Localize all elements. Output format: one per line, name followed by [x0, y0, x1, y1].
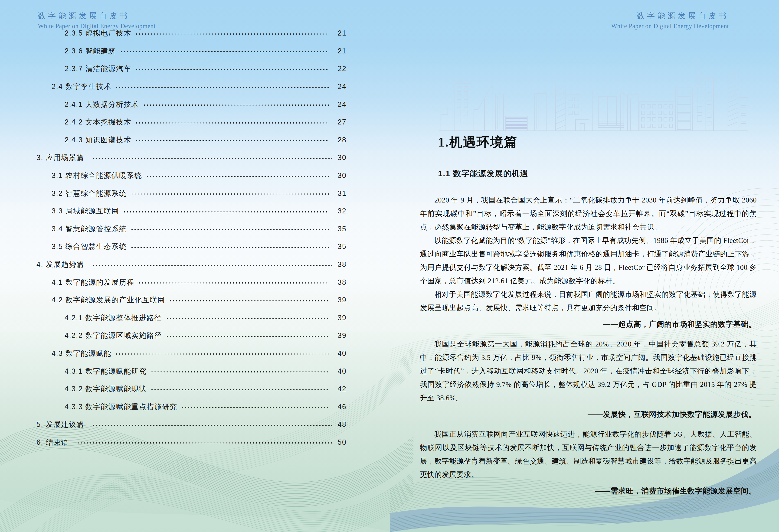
toc-entry-label: 5. 发展建议篇 — [37, 420, 84, 429]
toc-entry-label: 3.5 综合智慧生态系统 — [52, 242, 127, 251]
toc-entry[interactable]: 2.4.2 文本挖掘技术27 — [28, 113, 347, 131]
toc-entry[interactable]: 4.3 数字能源赋能40 — [28, 345, 347, 362]
toc-entry-page: 40 — [332, 367, 347, 375]
toc-entry[interactable]: 2.3.6 智能建筑21 — [28, 42, 347, 60]
dot-leader — [130, 190, 329, 197]
toc-entry-page: 24 — [332, 82, 347, 91]
document-spread: 数字能源发展白皮书 White Paper on Digital Energy … — [0, 0, 779, 532]
toc-entry[interactable]: 3.4 智慧能源管控系统35 — [28, 220, 347, 238]
dot-leader — [135, 66, 329, 73]
toc-entry[interactable]: 4.2.2 数字能源区域实施路径39 — [28, 327, 347, 345]
toc-entry-label: 3.4 智慧能源管控系统 — [52, 224, 127, 234]
dot-leader — [169, 297, 329, 304]
toc-entry-page: 39 — [332, 296, 347, 304]
toc-entry-page: 28 — [332, 136, 347, 144]
toc-entry-label: 4. 发展趋势篇 — [37, 259, 84, 270]
toc-entry-page: 50 — [332, 438, 347, 447]
toc-entry-page: 48 — [332, 420, 347, 429]
toc-entry[interactable]: 2.4 数字孪生技术24 — [28, 78, 347, 96]
toc-entry-label: 6. 结束语 — [37, 437, 69, 447]
dot-leader — [135, 119, 329, 127]
dot-leader — [92, 422, 332, 429]
toc-entry-label: 2.3.6 智能建筑 — [65, 46, 116, 56]
toc-entry-label: 3. 应用场景篇 — [37, 153, 84, 163]
toc-entry[interactable]: 4.1 数字能源的发展历程38 — [28, 273, 347, 291]
toc-entry-label: 2.4 数字孪生技术 — [52, 82, 112, 92]
toc-entry-page: 38 — [332, 278, 347, 287]
toc-entry[interactable]: 4.2.1 数字能源整体推进路径39 — [28, 309, 347, 327]
chapter-title: 1.机遇环境篇 — [438, 133, 757, 151]
toc-entry-label: 2.4.2 文本挖掘技术 — [65, 117, 131, 127]
toc-entry[interactable]: 4.2 数字能源发展的产业化互联网39 — [28, 291, 347, 309]
toc-entry[interactable]: 6. 结束语50 — [28, 433, 347, 452]
toc-entry-page: 32 — [332, 207, 347, 215]
toc-entry[interactable]: 5. 发展建议篇48 — [28, 416, 347, 433]
dot-leader — [120, 48, 329, 55]
dot-leader — [115, 84, 329, 91]
toc-entry-label: 3.2 智慧综合能源系统 — [52, 188, 127, 198]
page-number: 1 — [721, 490, 732, 499]
dot-leader — [146, 173, 329, 180]
dot-leader — [181, 404, 329, 411]
toc-entry[interactable]: 3.1 农村综合能源供暖系统30 — [28, 167, 347, 185]
toc-entry[interactable]: 4.3.2 数字能源赋能现状42 — [28, 380, 347, 398]
body-paragraph: 2020 年 9 月，我国在联合国大会上宣示：“二氧化碳排放力争于 2030 年… — [420, 193, 757, 234]
toc-entry-page: 21 — [332, 47, 347, 55]
toc-entry-page: 46 — [332, 403, 347, 411]
toc-entry[interactable]: 2.4.3 知识图谱技术28 — [28, 131, 347, 149]
toc-entry-page: 31 — [332, 189, 347, 197]
header-title-zh: 数字能源发展白皮书 — [38, 11, 156, 21]
toc-entry-page: 39 — [332, 314, 347, 322]
toc-entry[interactable]: 4.3.3 数字能源赋能重点措施研究46 — [28, 398, 347, 416]
toc-entry[interactable]: 2.4.1 大数据分析技术24 — [28, 96, 347, 113]
toc-entry-label: 3.1 农村综合能源供暖系统 — [52, 171, 142, 180]
toc-entry-label: 2.4.3 知识图谱技术 — [65, 135, 131, 145]
body-paragraph: 我国是全球能源第一大国，能源消耗约占全球的 20%。2020 年，中国社会零售总… — [420, 338, 757, 405]
toc-entry-label: 4.1 数字能源的发展历程 — [52, 278, 134, 287]
dot-leader — [77, 439, 332, 447]
header-title-en: White Paper on Digital Energy Developmen… — [611, 22, 729, 30]
body-paragraph: 我国正从消费互联网向产业互联网快速迈进，能源行业数字化的步伐随着 5G、大数据、… — [420, 427, 757, 481]
toc-entry-page: 40 — [332, 349, 347, 358]
right-page-content: 1.机遇环境篇 1.1 数字能源发展的机遇 2020 年 9 月，我国在联合国大… — [420, 133, 757, 504]
right-page-header: 数字能源发展白皮书 White Paper on Digital Energy … — [611, 11, 729, 30]
toc-entry[interactable]: 4.3.1 数字能源赋能研究40 — [28, 362, 347, 380]
section-title: 1.1 数字能源发展的机遇 — [438, 168, 757, 179]
dot-leader — [130, 244, 329, 251]
toc-entry-page: 38 — [332, 260, 347, 269]
toc-entry[interactable]: 3.5 综合智慧生态系统35 — [28, 238, 347, 256]
dot-leader — [135, 137, 329, 144]
dot-leader — [166, 315, 329, 322]
toc-entry[interactable]: 3.2 智慧综合能源系统31 — [28, 184, 347, 202]
toc-entry-page: 24 — [332, 100, 347, 109]
dot-leader — [143, 102, 329, 109]
toc-entry[interactable]: 4. 发展趋势篇38 — [28, 256, 347, 274]
toc-entry-page: 30 — [332, 154, 347, 162]
header-title-zh: 数字能源发展白皮书 — [611, 11, 729, 21]
toc-entry[interactable]: 3. 应用场景篇30 — [28, 149, 347, 167]
toc-entry-label: 4.2.2 数字能源区域实施路径 — [65, 331, 162, 341]
toc-entry-page: 39 — [332, 331, 347, 340]
toc-entry-label: 4.2.1 数字能源整体推进路径 — [65, 313, 162, 323]
toc-entry-label: 4.3.3 数字能源赋能重点措施研究 — [65, 402, 177, 412]
dot-leader — [123, 208, 329, 216]
callout-line: ——起点高，广阔的市场和坚实的数字基础。 — [420, 317, 756, 331]
city-skyline-illustration — [439, 54, 748, 131]
toc-entry-label: 2.3.7 清洁能源汽车 — [65, 64, 131, 74]
toc-entry-label: 2.3.5 虚拟电厂技术 — [65, 28, 131, 38]
toc-entry-page: 42 — [332, 385, 347, 393]
dot-leader — [92, 155, 332, 162]
toc-entry-label: 2.4.1 大数据分析技术 — [65, 100, 139, 109]
toc-entry[interactable]: 3.3 局域能源互联网32 — [28, 202, 347, 220]
body-paragraph: 以能源数字化赋能为目的“数字能源”雏形，在国际上早有成功先例。1986 年成立于… — [420, 234, 757, 288]
dot-leader — [130, 226, 329, 233]
toc-entry[interactable]: 2.3.5 虚拟电厂技术21 — [28, 24, 347, 42]
toc-entry-label: 3.3 局域能源互联网 — [52, 206, 119, 216]
toc-entry-page: 35 — [332, 225, 347, 233]
toc-entry-page: 22 — [332, 65, 347, 73]
toc-entry-page: 27 — [332, 118, 347, 126]
toc-entry-label: 4.3.2 数字能源赋能现状 — [65, 384, 147, 394]
toc-entry[interactable]: 2.3.7 清洁能源汽车22 — [28, 60, 347, 78]
toc-entry-page: 35 — [332, 242, 347, 251]
toc-entry-label: 4.3 数字能源赋能 — [52, 349, 112, 358]
